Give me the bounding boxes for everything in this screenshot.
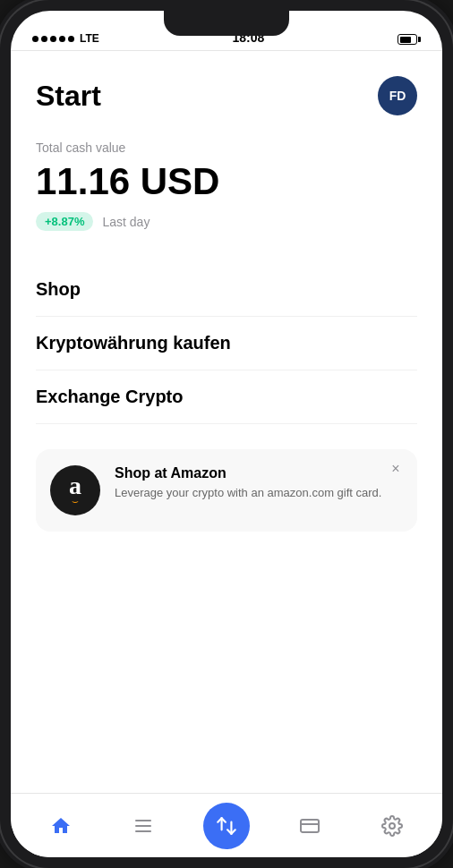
amazon-logo: a ⌣ bbox=[50, 465, 100, 515]
promo-inner: a ⌣ Shop at Amazon Leverage your crypto … bbox=[50, 465, 403, 515]
nav-card[interactable] bbox=[287, 804, 332, 848]
promo-text-block: Shop at Amazon Leverage your crypto with… bbox=[115, 465, 381, 501]
svg-rect-9 bbox=[301, 820, 319, 832]
svg-rect-0 bbox=[135, 820, 151, 821]
nav-home[interactable] bbox=[38, 804, 83, 848]
card-icon bbox=[299, 815, 321, 837]
promo-description: Leverage your crypto with an amazon.com … bbox=[115, 485, 381, 501]
exchange-icon bbox=[215, 814, 238, 838]
settings-icon bbox=[381, 815, 403, 837]
battery-icon bbox=[397, 34, 421, 45]
bottom-nav bbox=[11, 793, 442, 857]
nav-exchange-button[interactable] bbox=[203, 803, 250, 849]
signal-dots bbox=[32, 36, 74, 42]
promo-card: × a ⌣ Shop at Amazon Leverage your crypt… bbox=[36, 449, 417, 532]
promo-title: Shop at Amazon bbox=[115, 465, 381, 481]
change-period: Last day bbox=[102, 215, 150, 229]
cash-amount: 11.16 USD bbox=[36, 160, 417, 203]
home-icon bbox=[50, 815, 72, 837]
phone-frame: LTE 18:08 Start FD Total cash value bbox=[0, 0, 453, 868]
amazon-letter: a bbox=[69, 473, 81, 498]
main-content: Start FD Total cash value 11.16 USD +8.8… bbox=[11, 51, 442, 793]
page-header: Start FD bbox=[36, 76, 417, 115]
change-row: +8.87% Last day bbox=[36, 212, 417, 231]
menu-item-buy-crypto[interactable]: Kryptowährung kaufen bbox=[36, 317, 417, 370]
carrier-label: LTE bbox=[80, 32, 99, 45]
status-left: LTE bbox=[32, 32, 99, 45]
nav-settings[interactable] bbox=[370, 804, 415, 848]
nav-list[interactable] bbox=[121, 804, 166, 848]
page-title: Start bbox=[36, 80, 101, 113]
list-icon bbox=[132, 815, 154, 837]
notch bbox=[164, 11, 289, 36]
promo-close-button[interactable]: × bbox=[387, 460, 405, 478]
cash-label: Total cash value bbox=[36, 140, 417, 155]
svg-rect-1 bbox=[135, 825, 151, 827]
svg-point-11 bbox=[389, 823, 395, 829]
status-right bbox=[397, 34, 421, 45]
svg-rect-2 bbox=[135, 830, 151, 832]
avatar[interactable]: FD bbox=[378, 76, 417, 115]
menu-item-exchange-crypto[interactable]: Exchange Crypto bbox=[36, 370, 417, 424]
phone-screen: LTE 18:08 Start FD Total cash value bbox=[11, 11, 442, 857]
menu-item-shop[interactable]: Shop bbox=[36, 263, 417, 317]
change-badge: +8.87% bbox=[36, 212, 93, 231]
